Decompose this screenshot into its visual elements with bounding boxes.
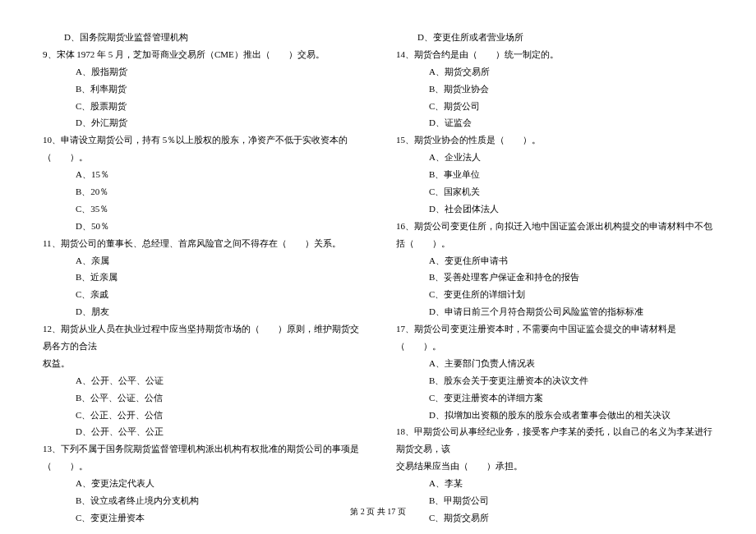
two-column-layout: D、国务院期货业监督管理机构 9、宋体 1972 年 5 月，芝加哥商业交易所（… bbox=[41, 29, 715, 527]
question-10: 10、申请设立期货公司，持有 5％以上股权的股东，净资产不低于实收资本的（ ）。 bbox=[41, 131, 362, 166]
option-text: D、公开、公平、公正 bbox=[41, 423, 362, 440]
option-text: B、妥善处理客户保证金和持仓的报告 bbox=[394, 269, 715, 286]
option-text: C、股票期货 bbox=[41, 98, 362, 115]
option-text: D、社会团体法人 bbox=[394, 200, 715, 218]
option-text: D、国务院期货业监督管理机构 bbox=[41, 29, 362, 46]
question-11: 11、期货公司的董事长、总经理、首席风险官之间不得存在（ ）关系。 bbox=[41, 235, 362, 252]
option-text: D、申请日前三个月符合期货公司风险监管的指标标准 bbox=[394, 303, 715, 320]
question-17: 17、期货公司变更注册资本时，不需要向中国证监会提交的申请材料是（ ）。 bbox=[394, 320, 715, 355]
right-column: D、变更住所或者营业场所 14、期货合约是由（ ）统一制定的。 A、期货交易所 … bbox=[394, 29, 715, 527]
option-text: C、期货公司 bbox=[394, 98, 715, 115]
option-text: A、主要部门负责人情况表 bbox=[394, 355, 715, 372]
option-text: A、公开、公平、公证 bbox=[41, 372, 362, 389]
option-text: C、35％ bbox=[41, 200, 362, 218]
question-14: 14、期货合约是由（ ）统一制定的。 bbox=[394, 46, 715, 63]
option-text: A、15％ bbox=[41, 166, 362, 183]
question-15: 15、期货业协会的性质是（ ）。 bbox=[394, 131, 715, 149]
left-column: D、国务院期货业监督管理机构 9、宋体 1972 年 5 月，芝加哥商业交易所（… bbox=[41, 29, 362, 527]
page-footer: 第 2 页 共 17 页 bbox=[0, 504, 756, 519]
option-text: B、事业单位 bbox=[394, 166, 715, 183]
option-text: C、变更住所的详细计划 bbox=[394, 286, 715, 303]
question-9: 9、宋体 1972 年 5 月，芝加哥商业交易所（CME）推出（ ）交易。 bbox=[41, 46, 362, 63]
option-text: A、变更住所申请书 bbox=[394, 252, 715, 269]
option-text: D、50％ bbox=[41, 218, 362, 235]
option-text: D、拟增加出资额的股东的股东会或者董事会做出的相关决议 bbox=[394, 407, 715, 424]
question-12: 12、期货从业人员在执业过程中应当坚持期货市场的（ ）原则，维护期货交易各方的合… bbox=[41, 320, 362, 355]
option-text: B、期货业协会 bbox=[394, 81, 715, 98]
option-text: C、亲戚 bbox=[41, 286, 362, 303]
option-text: B、近亲属 bbox=[41, 269, 362, 286]
option-text: A、股指期货 bbox=[41, 63, 362, 81]
question-12-continue: 权益。 bbox=[41, 355, 362, 372]
option-text: A、亲属 bbox=[41, 252, 362, 269]
option-text: C、变更注册资本的详细方案 bbox=[394, 389, 715, 407]
option-text: B、股东会关于变更注册资本的决议文件 bbox=[394, 372, 715, 389]
option-text: C、国家机关 bbox=[394, 183, 715, 200]
question-18-continue: 交易结果应当由（ ）承担。 bbox=[394, 458, 715, 475]
option-text: B、利率期货 bbox=[41, 81, 362, 98]
question-18: 18、甲期货公司从事经纪业务，接受客户李某的委托，以自己的名义为李某进行期货交易… bbox=[394, 423, 715, 458]
question-16: 16、期货公司变更住所，向拟迁入地中国证监会派出机构提交的申请材料中不包括（ ）… bbox=[394, 218, 715, 252]
question-13: 13、下列不属于国务院期货监督管理机构派出机构有权批准的期货公司的事项是（ ）。 bbox=[41, 440, 362, 475]
option-text: A、期货交易所 bbox=[394, 63, 715, 81]
option-text: B、20％ bbox=[41, 183, 362, 200]
option-text: C、公正、公开、公信 bbox=[41, 407, 362, 424]
option-text: D、朋友 bbox=[41, 303, 362, 320]
option-text: A、李某 bbox=[394, 475, 715, 492]
option-text: A、变更法定代表人 bbox=[41, 475, 362, 492]
option-text: A、企业法人 bbox=[394, 149, 715, 166]
option-text: B、公平、公证、公信 bbox=[41, 389, 362, 407]
option-text: D、变更住所或者营业场所 bbox=[394, 29, 715, 46]
option-text: D、证监会 bbox=[394, 114, 715, 131]
option-text: D、外汇期货 bbox=[41, 114, 362, 131]
